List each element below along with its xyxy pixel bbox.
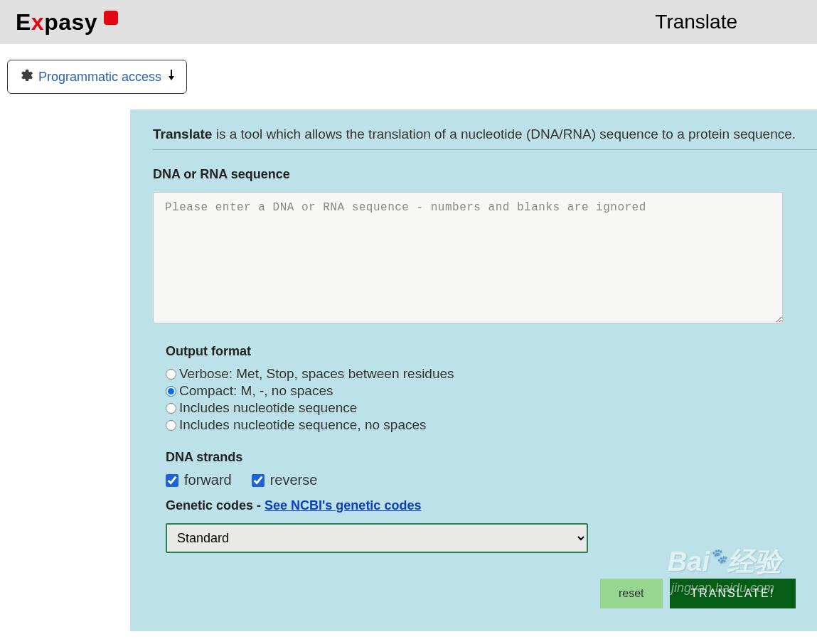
output-compact-radio[interactable] (166, 386, 176, 397)
logo-x: x (31, 9, 44, 35)
reverse-checkbox[interactable] (252, 474, 265, 487)
reset-button[interactable]: reset (600, 579, 663, 608)
genetic-codes-label: Genetic codes - (166, 498, 265, 512)
genetic-code-select[interactable]: Standard (166, 523, 588, 553)
sequence-input[interactable] (153, 192, 783, 323)
arrow-down-icon (166, 70, 176, 84)
output-include-text: Includes nucleotide sequence (179, 400, 357, 416)
main-panel: Translate is a tool which allows the tra… (130, 109, 817, 631)
output-include-row[interactable]: Includes nucleotide sequence (166, 400, 817, 416)
genetic-codes-row: Genetic codes - See NCBI's genetic codes (166, 498, 817, 513)
intro-bold: Translate (153, 127, 212, 141)
gears-icon (18, 68, 33, 86)
output-include-nospace-radio[interactable] (166, 420, 176, 431)
intro-rest: is a tool which allows the translation o… (212, 127, 796, 141)
output-format-label: Output format (166, 344, 817, 359)
logo-prefix: E (16, 9, 31, 35)
ncbi-genetic-codes-link[interactable]: See NCBI's genetic codes (265, 498, 421, 512)
output-include-nospace-row[interactable]: Includes nucleotide sequence, no spaces (166, 417, 817, 433)
translate-button[interactable]: TRANSLATE! (670, 579, 796, 608)
top-bar: Expasy Translate (0, 0, 817, 44)
output-verbose-radio[interactable] (166, 369, 176, 380)
reverse-checkbox-row[interactable]: reverse (252, 472, 318, 488)
intro-text: Translate is a tool which allows the tra… (153, 127, 817, 150)
output-include-nospace-text: Includes nucleotide sequence, no spaces (179, 417, 427, 433)
output-compact-row[interactable]: Compact: M, -, no spaces (166, 383, 817, 399)
forward-label: forward (184, 472, 232, 488)
logo-suffix: pasy (44, 9, 97, 35)
forward-checkbox[interactable] (166, 474, 178, 487)
dna-strands-label: DNA strands (166, 450, 817, 465)
secondary-bar: Programmatic access (0, 44, 817, 109)
output-compact-text: Compact: M, -, no spaces (179, 383, 333, 399)
output-verbose-row[interactable]: Verbose: Met, Stop, spaces between resid… (166, 366, 817, 382)
forward-checkbox-row[interactable]: forward (166, 472, 232, 488)
output-verbose-text: Verbose: Met, Stop, spaces between resid… (179, 366, 454, 382)
output-include-radio[interactable] (166, 403, 176, 414)
expasy-logo[interactable]: Expasy (16, 9, 118, 36)
page-title: Translate (655, 11, 737, 33)
programmatic-access-button[interactable]: Programmatic access (7, 60, 187, 94)
sequence-label: DNA or RNA sequence (153, 167, 817, 182)
programmatic-access-label: Programmatic access (38, 70, 161, 85)
reverse-label: reverse (270, 472, 318, 488)
logo-badge-icon (104, 11, 118, 25)
